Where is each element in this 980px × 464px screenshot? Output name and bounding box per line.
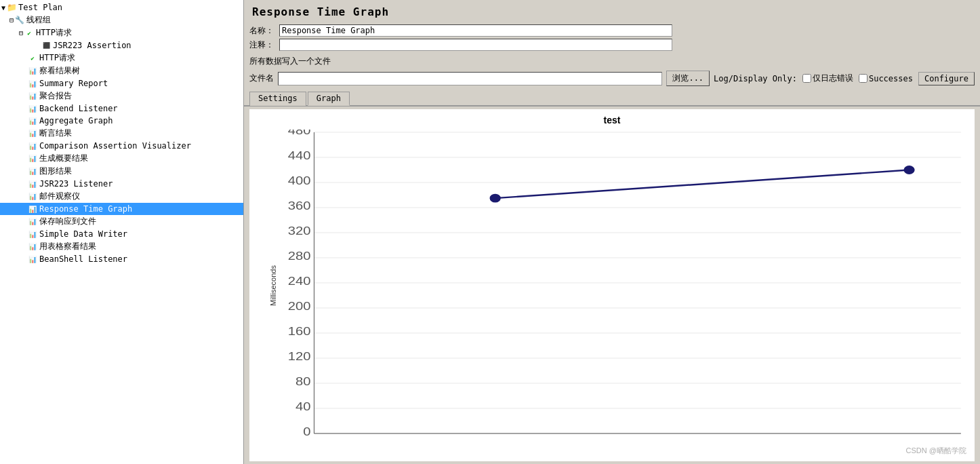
svg-text:0: 0 <box>303 426 310 438</box>
tab-graph[interactable]: Graph <box>308 92 350 106</box>
svg-text:400: 400 <box>288 175 311 187</box>
http-icon: ✔ <box>24 28 35 39</box>
comment-input[interactable] <box>279 39 672 51</box>
sidebar-item-save-response[interactable]: 📊 保存响应到文件 <box>0 215 243 228</box>
panel-title: Response Time Graph <box>244 0 980 21</box>
name-label: 名称： <box>249 25 277 37</box>
log-errors-checkbox[interactable] <box>802 74 811 83</box>
thread-icon: 🔧 <box>14 15 25 26</box>
log-errors-label: 仅日志错误 <box>813 73 853 84</box>
all-data-section: 所有数据写入一个文件 <box>244 54 980 69</box>
sidebar-item-table-results[interactable]: 📊 用表格察看结果 <box>0 240 243 253</box>
listener-icon: 📊 <box>27 91 38 102</box>
log-errors-checkbox-label[interactable]: 仅日志错误 <box>802 73 853 84</box>
options-row: Log/Display Only: 仅日志错误 Successes Config… <box>714 72 975 85</box>
listener-icon: 📊 <box>27 140 38 151</box>
svg-text:480: 480 <box>288 130 311 137</box>
sidebar-item-aggregate-graph[interactable]: 📊 Aggregate Graph <box>0 115 243 127</box>
listener-icon: 📊 <box>27 178 38 189</box>
folder-icon: 📁 <box>6 2 17 13</box>
main-panel: Response Time Graph 名称： 注释： 所有数据写入一个文件 文… <box>244 0 980 464</box>
file-label: 文件名 <box>249 73 274 84</box>
tab-settings[interactable]: Settings <box>249 92 306 106</box>
svg-text:160: 160 <box>288 326 311 338</box>
svg-text:80: 80 <box>295 376 310 388</box>
svg-point-29 <box>490 194 501 203</box>
listener-icon: 📊 <box>27 115 38 126</box>
configure-button[interactable]: Configure <box>918 72 975 85</box>
browse-button[interactable]: 浏览... <box>666 71 710 86</box>
toolbar-row: 文件名 浏览... Log/Display Only: 仅日志错误 Succes… <box>244 69 980 88</box>
comment-label: 注释： <box>249 39 277 51</box>
svg-text:440: 440 <box>288 150 311 162</box>
graph-title: test <box>249 109 975 125</box>
sidebar-item-http1[interactable]: ⊟ ✔ HTTP请求 <box>0 26 243 39</box>
assertion-icon: ⬛ <box>41 40 52 51</box>
svg-text:360: 360 <box>288 200 311 212</box>
form-area: 名称： 注释： <box>244 21 980 54</box>
name-row: 名称： <box>249 24 975 37</box>
listener-icon: 📊 <box>27 66 38 77</box>
listener-icon: 📊 <box>27 254 38 265</box>
listener-icon: 📊 <box>27 166 38 177</box>
listener-icon: 📊 <box>27 191 38 202</box>
svg-text:200: 200 <box>288 301 311 313</box>
svg-text:40: 40 <box>295 401 310 413</box>
sidebar-item-aggregate-report[interactable]: 📊 聚合报告 <box>0 90 243 102</box>
listener-icon: 📊 <box>27 153 38 164</box>
listener-icon: 📊 <box>27 229 38 239</box>
graph-svg: 04080120160200240280320360400440480 <box>283 130 968 444</box>
sidebar-item-thread-group[interactable]: ⊟ 🔧 线程组 <box>0 14 243 26</box>
log-display-label: Log/Display Only: <box>714 74 797 83</box>
sidebar-item-http2[interactable]: ✔ HTTP请求 <box>0 52 243 64</box>
sidebar-item-comparison[interactable]: 📊 Comparison Assertion Visualizer <box>0 140 243 152</box>
listener-icon: 📊 <box>27 103 38 114</box>
svg-text:120: 120 <box>288 351 311 363</box>
successes-checkbox[interactable] <box>859 74 867 83</box>
comment-row: 注释： <box>249 39 975 51</box>
sidebar-item-generate[interactable]: 📊 生成概要结果 <box>0 152 243 165</box>
svg-line-28 <box>495 170 910 199</box>
expand-icon[interactable]: ⊟ <box>9 16 14 24</box>
watermark: CSDN @晒酷学院 <box>906 446 966 456</box>
sidebar-item-response-time-graph[interactable]: 📊 Response Time Graph <box>0 203 243 215</box>
listener-icon: 📊 <box>27 128 38 139</box>
graph-container: test Milliseconds 0408012016020024028032… <box>249 109 975 461</box>
svg-text:280: 280 <box>288 250 311 263</box>
sidebar-item-beanshell[interactable]: 📊 BeanShell Listener <box>0 253 243 265</box>
listener-icon: 📊 <box>27 216 38 227</box>
sidebar-item-test-plan[interactable]: ▼ 📁 Test Plan <box>0 1 243 14</box>
y-axis-label: Milliseconds <box>269 265 277 306</box>
sidebar-item-simple-data-writer[interactable]: 📊 Simple Data Writer <box>0 228 243 240</box>
sidebar-item-jsr223-assertion[interactable]: ⬛ JSR223 Assertion <box>0 39 243 52</box>
listener-icon: 📊 <box>27 204 38 214</box>
expand-icon[interactable]: ▼ <box>1 4 5 12</box>
svg-text:320: 320 <box>288 225 311 237</box>
sidebar-item-assertion-results[interactable]: 📊 断言结果 <box>0 127 243 140</box>
sidebar-item-graph-results[interactable]: 📊 图形结果 <box>0 165 243 178</box>
sidebar-item-view-tree[interactable]: 📊 察看结果树 <box>0 64 243 77</box>
tab-graph-label: Graph <box>317 94 341 103</box>
file-input[interactable] <box>278 72 662 85</box>
sidebar-item-summary-report[interactable]: 📊 Summary Report <box>0 77 243 90</box>
name-input[interactable] <box>279 24 672 37</box>
sidebar-item-backend-listener[interactable]: 📊 Backend Listener <box>0 102 243 115</box>
listener-icon: 📊 <box>27 241 38 252</box>
sidebar-item-jsr223-listener[interactable]: 📊 JSR223 Listener <box>0 178 243 190</box>
all-data-label: 所有数据写入一个文件 <box>249 56 331 66</box>
sidebar: ▼ 📁 Test Plan ⊟ 🔧 线程组 ⊟ ✔ HTTP请求 ⬛ JSR22… <box>0 0 244 464</box>
successes-label: Successes <box>869 74 913 83</box>
sidebar-item-mail[interactable]: 📊 邮件观察仪 <box>0 190 243 203</box>
tab-settings-label: Settings <box>258 94 298 103</box>
svg-point-30 <box>903 166 914 174</box>
expand-icon[interactable]: ⊟ <box>19 29 23 37</box>
listener-icon: 📊 <box>27 78 38 89</box>
http-icon2: ✔ <box>27 53 38 64</box>
successes-checkbox-label[interactable]: Successes <box>859 74 913 83</box>
tabs-container: Settings Graph <box>244 88 980 107</box>
svg-text:240: 240 <box>288 275 311 288</box>
